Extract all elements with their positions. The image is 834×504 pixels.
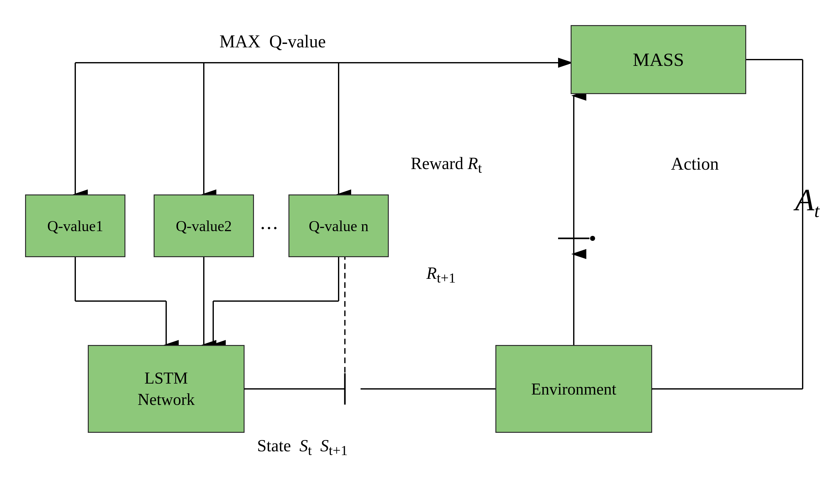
dots-label: ··· (260, 216, 279, 240)
mass-label: MASS (633, 49, 684, 70)
action-label: Action (671, 154, 719, 174)
max-qvalue-label: MAX Q-value (219, 31, 326, 51)
action-text: Action (671, 154, 719, 173)
qvalue1-box: Q-value1 (25, 194, 126, 257)
rt1-label: Rt+1 (426, 263, 456, 286)
reward-text: Reward Rt (411, 154, 482, 173)
qvaluen-label: Q-value n (309, 217, 369, 235)
lstm-box: LSTM Network (88, 345, 245, 433)
environment-label: Environment (531, 380, 616, 398)
at-text: At (795, 182, 819, 217)
at-label: At (795, 182, 819, 222)
diagram-container: MASS Q-value1 Q-value2 Q-value n LSTM Ne… (0, 0, 834, 504)
max-qvalue-text: MAX Q-value (219, 32, 326, 51)
qvaluen-box: Q-value n (288, 194, 389, 257)
mass-box: MASS (571, 25, 746, 94)
qvalue2-label: Q-value2 (176, 217, 232, 235)
state-text: State St St+1 (257, 436, 348, 455)
qvalue1-label: Q-value1 (47, 217, 104, 235)
rt1-text: Rt+1 (426, 264, 456, 283)
svg-point-28 (590, 236, 595, 241)
environment-box: Environment (496, 345, 652, 433)
qvalue2-box: Q-value2 (154, 194, 254, 257)
state-label: State St St+1 (257, 436, 348, 459)
dots-text: ··· (260, 217, 279, 239)
lstm-label: LSTM Network (138, 368, 195, 410)
reward-label: Reward Rt (411, 154, 482, 176)
